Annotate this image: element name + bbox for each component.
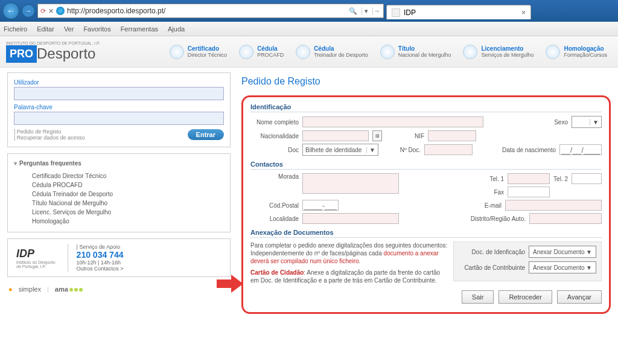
password-input[interactable] [14, 112, 224, 125]
label-morada: Morada [250, 173, 299, 180]
nav-cedula-treinador[interactable]: CédulaTreinador de Desporto [291, 42, 373, 62]
logo-pro: PRO [6, 45, 37, 63]
go-icon[interactable]: → [372, 7, 381, 14]
page-title: Pedido de Registo [241, 76, 611, 87]
link-pedido-registo[interactable]: | Pedido de Registo [14, 129, 84, 135]
sair-button[interactable]: Sair [462, 290, 494, 304]
anexar-cartao-button[interactable]: Anexar Documento▼ [529, 261, 596, 273]
faq-item[interactable]: Cédula PROCAFD [32, 180, 224, 190]
chevron-down-icon: ▼ [586, 264, 592, 271]
nome-input[interactable] [302, 117, 483, 127]
nif-input[interactable] [428, 130, 476, 141]
collapse-icon[interactable]: ▾ [14, 160, 17, 167]
url-dropdown-icon[interactable]: ▾ [362, 7, 370, 15]
morada-input[interactable] [302, 173, 399, 194]
faq-item[interactable]: Cédula Treinador de Desporto [32, 190, 224, 199]
avancar-button[interactable]: Avançar [557, 290, 602, 304]
nav-icon [546, 45, 560, 59]
faq-item[interactable]: Licenc. Serviços de Mergulho [32, 208, 224, 217]
nav-homologacao[interactable]: HomologaçãoFormação/Cursos [541, 42, 612, 62]
nav-icon [239, 45, 253, 59]
stop-icon[interactable]: ✕ [48, 7, 54, 15]
partner-simplex: simplex [19, 286, 41, 293]
label-doc: Doc [250, 147, 299, 153]
browser-toolbar: ← → ⟳ ✕ http://prodesporto.idesporto.pt/… [0, 0, 618, 22]
faq-item[interactable]: Título Nacional de Mergulho [32, 199, 224, 208]
nav-licenciamento[interactable]: LicenciamentoServiços de Mergulho [458, 42, 538, 62]
tel2-input[interactable] [572, 173, 602, 184]
lookup-icon[interactable]: ⊞ [372, 130, 382, 141]
callout-arrow-icon [217, 275, 243, 293]
page-content: Utilizador Palavra-chave | Pedido de Reg… [0, 68, 618, 319]
browser-tab[interactable]: IDP × [386, 5, 531, 19]
label-ndoc: Nº Doc. [388, 147, 421, 153]
label-email: E-mail [469, 202, 502, 209]
reload-icon[interactable]: ⟳ [40, 7, 46, 15]
section-contactos: Contactos [250, 161, 602, 170]
ama-dot-icon [74, 288, 78, 292]
chevron-down-icon: ▼ [590, 119, 599, 126]
cpostal-input[interactable] [302, 200, 339, 211]
sidebar: Utilizador Palavra-chave | Pedido de Reg… [7, 72, 231, 314]
email-input[interactable] [505, 200, 602, 211]
localidade-input[interactable] [302, 213, 399, 224]
faq-box: ▾Perguntas frequentes Certificado Direct… [7, 153, 231, 232]
nav-certificado[interactable]: CertificadoDirector Técnico [165, 42, 232, 62]
link-recuperar[interactable]: | Recuperar dados de acesso [14, 135, 84, 141]
menu-editar[interactable]: Editar [37, 25, 54, 33]
sexo-select[interactable]: ▼ [572, 116, 602, 128]
chevron-down-icon: ▼ [586, 249, 592, 255]
ndoc-input[interactable] [424, 144, 473, 155]
user-label: Utilizador [14, 79, 224, 86]
button-row: Sair Retroceder Avançar [250, 290, 602, 304]
entrar-button[interactable]: Entrar [188, 129, 224, 140]
form-frame: Identificação Nome completo Sexo ▼ Nacio… [241, 95, 611, 314]
ie-icon [56, 7, 65, 15]
menu-ferramentas[interactable]: Ferramentas [121, 25, 158, 33]
close-icon[interactable]: × [521, 8, 526, 17]
support-phone: 210 034 744 [77, 250, 124, 260]
faq-item[interactable]: Certificado Director Técnico [32, 171, 224, 180]
dnasc-input[interactable] [559, 144, 602, 155]
forward-button[interactable]: → [22, 4, 35, 18]
menu-ajuda[interactable]: Ajuda [168, 25, 185, 33]
site-logo[interactable]: INSTITUTO DO DESPORTO DE PORTUGAL, I.P. … [6, 41, 100, 63]
nav-icon [380, 45, 395, 59]
partner-dot-icon: ● [8, 286, 13, 293]
logo-desporto: Desporto [37, 45, 95, 62]
menu-favoritos[interactable]: Favoritos [83, 25, 110, 33]
chevron-down-icon: ▼ [366, 147, 375, 153]
url-text[interactable]: http://prodesporto.idesporto.pt/ [67, 7, 345, 15]
label-fax: Fax [471, 189, 504, 196]
nav-titulo-mergulho[interactable]: TítuloNacional de Mergulho [375, 42, 456, 62]
address-bar[interactable]: ⟳ ✕ http://prodesporto.idesporto.pt/ 🔍 ▾… [37, 4, 384, 18]
label-nome: Nome completo [250, 119, 299, 126]
menu-ficheiro[interactable]: Ficheiro [4, 25, 27, 33]
label-nif: NIF [392, 133, 424, 139]
logo-subtitle: INSTITUTO DO DESPORTO DE PORTUGAL, I.P. [6, 41, 100, 45]
site-header: INSTITUTO DO DESPORTO DE PORTUGAL, I.P. … [0, 36, 618, 68]
support-more-link[interactable]: Outros Contactos > [77, 266, 124, 272]
faq-title: Perguntas frequentes [19, 160, 81, 167]
ama-dot-icon [69, 288, 73, 292]
label-distrito: Distrito/Região Auto. [471, 216, 526, 222]
partner-ama: ama [55, 286, 68, 293]
label-sexo: Sexo [554, 119, 568, 126]
retroceder-button[interactable]: Retroceder [499, 290, 552, 304]
nav-icon [170, 45, 184, 59]
anexar-doc-ident-button[interactable]: Anexar Documento▼ [529, 246, 596, 258]
doc-select[interactable]: Bilhete de identidade▼ [302, 144, 378, 156]
menu-ver[interactable]: Ver [64, 25, 74, 33]
username-input[interactable] [14, 87, 224, 100]
faq-item[interactable]: Homologação [32, 217, 224, 226]
nacionalidade-input[interactable] [302, 130, 369, 141]
support-title: | Serviço de Apoio [77, 244, 124, 250]
search-icon[interactable]: 🔍 [347, 7, 359, 15]
nav-cedula-procafd[interactable]: CédulaPROCAFD [234, 42, 288, 62]
tel1-input[interactable] [508, 173, 550, 184]
label-cpostal: Cód.Postal [250, 202, 299, 209]
back-button[interactable]: ← [2, 2, 19, 19]
fax-input[interactable] [508, 187, 550, 197]
distrito-input[interactable] [529, 213, 602, 224]
label-cartao: Cartão de Contribuinte [459, 264, 525, 271]
